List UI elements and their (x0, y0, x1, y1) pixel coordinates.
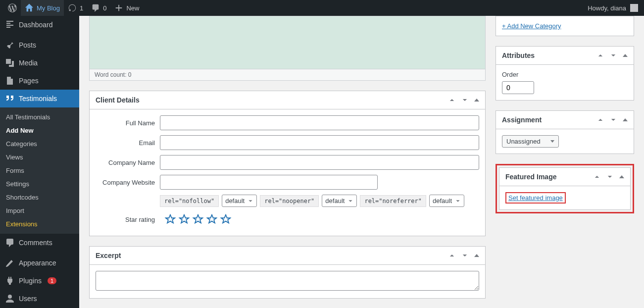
company-website-label: Company Website (96, 179, 155, 186)
sub-categories[interactable]: Categories (0, 137, 79, 151)
featured-image-highlight: Featured Image Set featured image (495, 164, 634, 213)
attributes-panel: Attributes Order (495, 46, 634, 101)
sub-forms[interactable]: Forms (0, 164, 79, 177)
sidebar-item-posts[interactable]: Posts (0, 36, 79, 54)
categories-panel: + Add New Category (495, 16, 634, 36)
word-count: Word count: 0 (89, 69, 486, 81)
sidebar-item-media[interactable]: Media (0, 54, 79, 72)
wp-logo[interactable] (4, 0, 21, 16)
sub-views[interactable]: Views (0, 151, 79, 164)
new-label: New (126, 4, 139, 12)
plugins-badge: 1 (48, 277, 56, 284)
comment-icon (91, 3, 100, 12)
excerpt-textarea[interactable] (96, 271, 479, 291)
star-icon[interactable] (220, 214, 231, 225)
sidebar-item-users[interactable]: Users (0, 290, 79, 308)
chevron-up-icon[interactable] (448, 252, 455, 259)
add-new-category-link[interactable]: + Add New Category (502, 22, 561, 30)
attributes-title: Attributes (502, 51, 597, 59)
toggle-icon[interactable] (623, 54, 628, 57)
sidebar-item-comments[interactable]: Comments (0, 234, 79, 252)
update-icon (68, 3, 77, 12)
email-label: Email (96, 139, 155, 147)
sub-shortcodes[interactable]: Shortcodes (0, 191, 79, 204)
user-account-link[interactable]: Howdy, diana (588, 4, 640, 12)
excerpt-panel: Excerpt (89, 246, 486, 299)
star-icon[interactable] (193, 214, 203, 225)
chevron-up-icon[interactable] (597, 52, 604, 59)
star-icon[interactable] (165, 214, 176, 225)
full-name-input[interactable] (160, 115, 479, 130)
chevron-down-icon[interactable] (610, 116, 617, 123)
comments-link[interactable]: 0 (87, 0, 110, 16)
set-featured-image-link[interactable]: Set featured image (505, 192, 566, 204)
brush-icon (5, 258, 15, 268)
order-label: Order (502, 71, 628, 78)
dashboard-icon (5, 20, 15, 30)
chevron-down-icon[interactable] (606, 173, 613, 180)
sidebar-item-appearance[interactable]: Appearance (0, 254, 79, 272)
toggle-icon[interactable] (623, 118, 628, 121)
sub-settings[interactable]: Settings (0, 177, 79, 191)
users-icon (5, 294, 15, 304)
sub-all-testimonials[interactable]: All Testimonials (0, 110, 79, 124)
chevron-up-icon[interactable] (594, 173, 600, 180)
noreferrer-select[interactable]: default (429, 195, 464, 207)
featured-image-title: Featured Image (505, 173, 594, 181)
order-input[interactable] (502, 81, 534, 94)
nofollow-select[interactable]: default (222, 195, 257, 207)
sidebar-item-testimonials[interactable]: Testimonials (0, 90, 79, 107)
star-icon[interactable] (206, 214, 217, 225)
excerpt-title: Excerpt (96, 252, 448, 259)
content-editor[interactable] (89, 16, 486, 69)
page-icon (5, 76, 15, 86)
assignment-title: Assignment (502, 116, 597, 124)
comment-icon (5, 238, 15, 248)
sub-extensions[interactable]: Extensions (0, 217, 79, 231)
new-content-link[interactable]: New (110, 0, 143, 16)
company-website-input[interactable] (160, 175, 378, 190)
chevron-down-icon (248, 198, 253, 204)
client-details-title: Client Details (96, 96, 448, 104)
admin-sidebar: Dashboard Posts Media Pages Testimonials… (0, 16, 79, 308)
greeting: Howdy, diana (588, 4, 626, 12)
home-icon (25, 3, 34, 12)
chevron-up-icon[interactable] (448, 97, 455, 103)
star-rating-label: Star rating (96, 216, 155, 223)
plug-icon (5, 276, 15, 286)
updates-count: 1 (80, 4, 83, 12)
sidebar-item-plugins[interactable]: Plugins 1 (0, 272, 79, 290)
sub-add-new[interactable]: Add New (0, 124, 79, 137)
testimonials-submenu: All Testimonials Add New Categories View… (0, 107, 79, 234)
star-rating[interactable] (165, 214, 231, 225)
toggle-icon[interactable] (474, 254, 479, 257)
plus-icon (114, 3, 123, 12)
media-icon (5, 58, 15, 68)
noopener-select[interactable]: default (322, 195, 357, 207)
star-icon[interactable] (179, 214, 190, 225)
client-details-panel: Client Details Full Name Email Company (89, 91, 486, 236)
chevron-down-icon[interactable] (461, 252, 468, 259)
featured-image-panel: Featured Image Set featured image (499, 167, 631, 210)
wordpress-icon (8, 3, 17, 12)
quote-icon (5, 94, 15, 103)
updates-link[interactable]: 1 (64, 0, 87, 16)
company-name-label: Company Name (96, 159, 155, 166)
sidebar-item-pages[interactable]: Pages (0, 72, 79, 90)
toggle-icon[interactable] (474, 99, 479, 102)
email-input[interactable] (160, 135, 479, 150)
chevron-down-icon (347, 198, 353, 204)
sub-import[interactable]: Import (0, 204, 79, 217)
chevron-up-icon[interactable] (597, 116, 604, 123)
site-name: My Blog (37, 4, 60, 12)
assignment-panel: Assignment Unassigned (495, 110, 634, 154)
toggle-icon[interactable] (619, 175, 624, 178)
main-content: Word count: 0 Client Details Full Name E… (79, 16, 644, 308)
chevron-down-icon[interactable] (610, 52, 617, 59)
assignment-select[interactable]: Unassigned (502, 135, 559, 148)
full-name-label: Full Name (96, 119, 155, 127)
site-name-link[interactable]: My Blog (21, 0, 64, 16)
sidebar-item-dashboard[interactable]: Dashboard (0, 16, 79, 34)
company-name-input[interactable] (160, 155, 479, 170)
chevron-down-icon[interactable] (461, 97, 468, 103)
